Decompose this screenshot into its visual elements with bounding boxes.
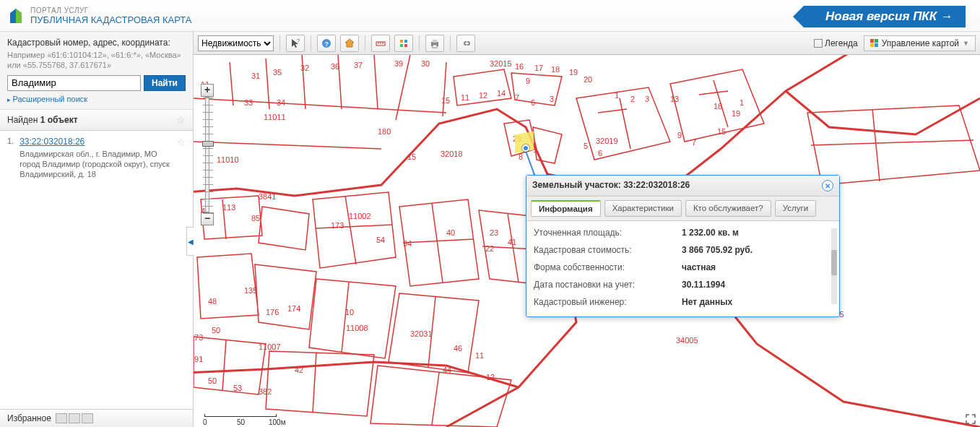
info-value: Нет данных: [682, 297, 732, 307]
expand-icon[interactable]: [966, 414, 976, 424]
parcel-label: 50: [212, 326, 220, 335]
logo: [7, 7, 25, 25]
parcel-label: 44: [443, 366, 451, 374]
parcel-label: 3841: [259, 192, 276, 201]
parcel-label: 2: [630, 95, 635, 103]
export-xls-icon[interactable]: [56, 413, 67, 423]
zoom-out-button[interactable]: −: [201, 212, 214, 225]
app-title[interactable]: ПУБЛИЧНАЯ КАДАСТРОВАЯ КАРТА: [30, 14, 191, 25]
parcel-label: 12: [479, 91, 487, 100]
parcel-label: 6: [531, 98, 535, 107]
portal-label: ПОРТАЛ УСЛУГ: [30, 7, 191, 14]
parcel-label: 15: [407, 152, 416, 161]
result-item[interactable]: 1. 33:22:032018:26 Владимирская обл., г.…: [7, 137, 186, 180]
parcel-label: 11007: [259, 342, 281, 351]
parcel-label: 382: [259, 387, 272, 396]
parcel-label: 34: [277, 98, 285, 107]
link-icon[interactable]: [456, 35, 475, 52]
parcel-label: 176: [266, 308, 279, 316]
info-value: частная: [682, 262, 716, 272]
export-icon[interactable]: [69, 413, 80, 423]
info-value: 1 232.00 кв. м: [682, 228, 739, 238]
parcel-label: 113: [222, 203, 235, 212]
svg-rect-9: [400, 44, 403, 47]
parcel-label: 1: [740, 98, 744, 107]
zoom-in-button[interactable]: +: [201, 84, 214, 97]
popup-scrollbar[interactable]: [831, 228, 837, 304]
print-icon[interactable]: [425, 35, 444, 52]
tab-info[interactable]: Информация: [531, 200, 601, 217]
parcel-label: 135: [244, 286, 257, 295]
parcel-label: 32015: [490, 59, 512, 68]
info-row: Дата постановки на учет:30.11.1994: [534, 276, 832, 293]
parcel-label: 50: [208, 376, 217, 385]
parcel-label: 11: [475, 351, 484, 360]
parcel-label: 35: [273, 68, 282, 77]
zoom-slider-handle[interactable]: [202, 141, 214, 147]
svg-text:?: ?: [325, 40, 329, 48]
parcel-label: 23: [490, 228, 498, 237]
map-canvas[interactable]: 3201511011110103201832019110023202011008…: [194, 55, 980, 427]
favorite-star-icon[interactable]: ☆: [177, 137, 186, 180]
parcel-label: 1: [615, 91, 619, 100]
parcel-label: 18: [551, 65, 560, 74]
tab-services-by[interactable]: Кто обслуживает?: [685, 200, 771, 217]
help-icon[interactable]: ?: [317, 35, 336, 52]
parcel-label: 48: [208, 297, 217, 306]
parcel-label: 9: [677, 131, 682, 139]
result-address: Владимирская обл., г. Владимир, МО город…: [19, 149, 171, 180]
star-icon[interactable]: ☆: [176, 114, 186, 126]
new-version-button[interactable]: Новая версия ПКК →: [804, 6, 966, 27]
svg-rect-12: [433, 40, 437, 43]
parcel-label: 7: [515, 93, 519, 102]
parcel-label: 16: [515, 62, 524, 71]
svg-rect-8: [404, 40, 407, 43]
found-label: Найден 1 объект: [7, 115, 78, 125]
parcel-label: 53: [233, 384, 242, 392]
pointer-help-icon[interactable]: ?: [286, 35, 305, 52]
tab-characteristics[interactable]: Характеристики: [604, 200, 682, 217]
result-id-link[interactable]: 33:22:032018:26: [19, 137, 171, 147]
parcel-label: 33: [244, 98, 253, 107]
parcel-label: 85: [251, 214, 260, 223]
info-value: 3 866 705.92 руб.: [682, 245, 753, 255]
advanced-search-link[interactable]: Расширенный поиск: [7, 95, 186, 103]
info-key: Дата постановки на учет:: [534, 280, 682, 290]
parcel-label: 10: [345, 308, 354, 316]
parcel-label: 18: [714, 102, 722, 111]
parcel-label: 19: [569, 68, 578, 77]
favorites-label: Избранное: [7, 413, 51, 423]
search-input[interactable]: [7, 75, 141, 91]
ruler-icon[interactable]: [371, 35, 390, 52]
result-num: 1.: [7, 137, 14, 180]
parcel-label: 39: [394, 59, 403, 68]
parcel-label: 7: [692, 138, 696, 147]
grid-icon[interactable]: [394, 35, 413, 52]
collapse-sidebar-icon[interactable]: ◀: [186, 227, 194, 256]
parcel-label: 46: [454, 344, 462, 353]
zoom-slider-track[interactable]: [205, 97, 209, 212]
tab-services[interactable]: Услуги: [775, 200, 816, 217]
search-button[interactable]: Найти: [144, 75, 186, 91]
info-key: Кадастровый инженер:: [534, 297, 682, 307]
close-icon[interactable]: ✕: [822, 180, 833, 191]
home-icon[interactable]: [340, 35, 359, 52]
map-control-button[interactable]: Управление картой▼: [864, 35, 976, 51]
zoom-control: + −: [201, 84, 214, 225]
info-row: Уточненная площадь:1 232.00 кв. м: [534, 224, 832, 241]
parcel-label: 12: [486, 373, 495, 381]
mode-select[interactable]: Недвижимость: [198, 35, 274, 51]
popup-title: Земельный участок: 33:22:032018:26: [532, 180, 690, 191]
legend-toggle[interactable]: Легенда: [814, 38, 858, 48]
info-row: Кадастровая стоимость:3 866 705.92 руб.: [534, 241, 832, 259]
parcel-label: 14: [497, 89, 506, 98]
parcel-label: 13: [670, 95, 679, 103]
parcel-label: 32: [300, 64, 309, 72]
parcel-label: 11: [461, 93, 469, 102]
parcel-label: 19: [732, 109, 740, 118]
delete-icon[interactable]: [82, 413, 93, 423]
svg-rect-7: [400, 40, 403, 43]
parcel-label: 174: [287, 304, 300, 313]
parcel-label: 15: [441, 96, 450, 105]
parcel-label: 34005: [676, 336, 698, 345]
